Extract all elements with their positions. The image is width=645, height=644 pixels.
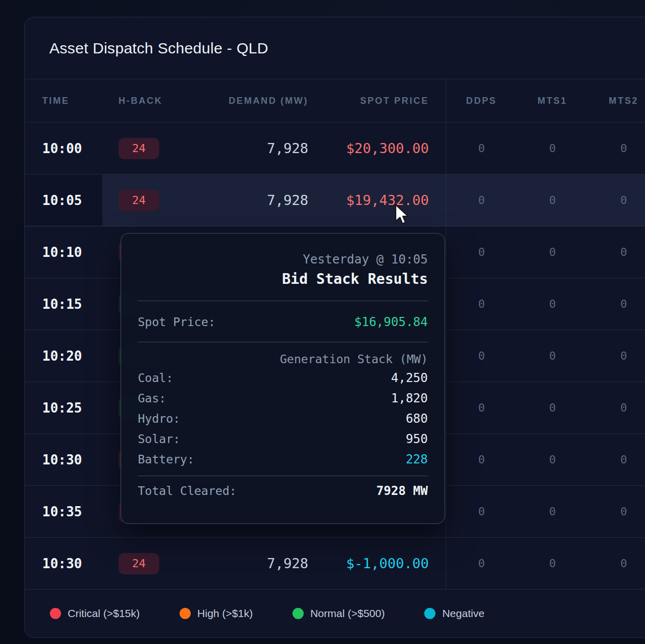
table-row[interactable]: 10:05247,928$19,432.00000 — [25, 174, 645, 226]
cell-mts2: 0 — [588, 486, 645, 537]
tooltip-stack-row: Solar:950 — [138, 429, 428, 449]
cell-mts2: 0 — [588, 123, 645, 174]
cell-mts1: 0 — [517, 123, 588, 174]
cell-mts1: 0 — [517, 538, 588, 589]
legend-item: Normal (>$500) — [292, 607, 385, 620]
tooltip-stack-row: Coal:4,250 — [138, 368, 428, 388]
cell-ddps: 0 — [446, 174, 517, 226]
cell-mts1: 0 — [517, 226, 588, 278]
legend-dot — [292, 608, 304, 619]
stack-value: 228 — [406, 452, 428, 466]
tooltip-stack-row: Hydro:680 — [138, 408, 428, 429]
table-header-row: TIMEH-BACKDEMAND (MW)SPOT PRICEDDPSMTS1M… — [25, 79, 645, 123]
legend-dot — [180, 608, 191, 619]
cell-demand: 7,928 — [199, 123, 320, 174]
cell-time: 10:10 — [25, 226, 102, 278]
legend-item: High (>$1k) — [180, 607, 253, 620]
hback-badge: 24 — [119, 553, 159, 574]
stack-value: 680 — [406, 412, 428, 426]
column-header-hback: H-BACK — [102, 79, 199, 122]
column-header-mts2: MTS2 — [588, 79, 645, 122]
legend-label: Critical (>$15k) — [68, 607, 140, 620]
tooltip-divider — [138, 476, 428, 476]
total-cleared-value: 7928 MW — [376, 483, 428, 499]
cell-time: 10:25 — [25, 382, 102, 433]
legend-label: High (>$1k) — [197, 607, 253, 620]
cell-spot: $20,300.00 — [320, 123, 446, 174]
cell-ddps: 0 — [446, 538, 517, 589]
cell-ddps: 0 — [446, 123, 517, 174]
mouse-cursor-icon — [394, 203, 409, 228]
column-header-spot: SPOT PRICE — [320, 79, 446, 122]
cell-hback: 24 — [102, 538, 199, 589]
cell-mts2: 0 — [588, 226, 645, 278]
cell-mts1: 0 — [517, 278, 588, 330]
tooltip-stack-row: Gas:1,820 — [138, 388, 428, 408]
tooltip-divider — [138, 342, 428, 342]
cell-ddps: 0 — [446, 278, 517, 330]
legend-dot — [424, 608, 435, 619]
cell-mts1: 0 — [517, 434, 588, 485]
cell-demand: 7,928 — [199, 174, 320, 226]
stack-label: Solar: — [138, 432, 180, 446]
cell-mts2: 0 — [588, 434, 645, 485]
legend: Critical (>$15k)High (>$1k)Normal (>$500… — [25, 590, 645, 637]
spot-price-value: $16,905.84 — [355, 314, 428, 330]
cell-mts1: 0 — [517, 486, 588, 537]
generation-stack-heading: Generation Stack (MW) — [138, 353, 428, 366]
cell-mts2: 0 — [588, 174, 645, 226]
cell-time: 10:20 — [25, 330, 102, 382]
column-header-mts1: MTS1 — [517, 79, 588, 122]
cell-time: 10:15 — [25, 278, 102, 330]
cell-mts2: 0 — [588, 330, 645, 382]
total-cleared-label: Total Cleared: — [138, 483, 237, 499]
stack-label: Hydro: — [138, 412, 180, 425]
tooltip-stack-row: Battery:228 — [138, 449, 428, 470]
legend-label: Negative — [442, 607, 484, 620]
cell-hback: 24 — [102, 123, 199, 174]
cell-mts2: 0 — [588, 382, 645, 433]
cell-time: 10:35 — [25, 486, 102, 537]
hback-badge: 24 — [119, 190, 159, 211]
tooltip-total-row: Total Cleared: 7928 MW — [138, 483, 428, 499]
cell-mts1: 0 — [517, 330, 588, 382]
cell-mts2: 0 — [588, 278, 645, 330]
stack-value: 1,820 — [391, 391, 428, 405]
column-header-ddps: DDPS — [446, 79, 517, 122]
cell-time: 10:00 — [25, 123, 102, 174]
legend-item: Negative — [424, 607, 484, 620]
tooltip-title: Bid Stack Results — [138, 271, 428, 287]
stack-label: Coal: — [138, 371, 173, 385]
stack-value: 4,250 — [391, 371, 428, 385]
cell-ddps: 0 — [446, 486, 517, 537]
stack-label: Gas: — [138, 392, 166, 405]
cell-ddps: 0 — [446, 434, 517, 485]
cell-ddps: 0 — [446, 382, 517, 433]
cell-time: 10:30 — [25, 434, 102, 485]
cell-spot: $19,432.00 — [320, 174, 446, 226]
cell-hback: 24 — [102, 174, 199, 226]
cell-spot: $-1,000.00 — [320, 538, 446, 589]
legend-item: Critical (>$15k) — [50, 607, 140, 620]
cell-mts1: 0 — [517, 382, 588, 433]
stack-value: 950 — [406, 432, 428, 446]
table-row[interactable]: 10:30247,928$-1,000.00000 — [25, 538, 645, 590]
tooltip-timestamp: Yesterday @ 10:05 — [138, 253, 428, 266]
table-row[interactable]: 10:00247,928$20,300.00000 — [25, 123, 645, 174]
cell-mts2: 0 — [588, 538, 645, 589]
page-title: Asset Dispatch Schedule - QLD — [49, 40, 269, 57]
spot-price-label: Spot Price: — [138, 314, 215, 330]
cell-demand: 7,928 — [199, 538, 320, 589]
legend-label: Normal (>$500) — [310, 607, 385, 620]
column-header-time: TIME — [25, 79, 102, 122]
cell-time: 10:05 — [25, 174, 102, 226]
column-header-demand: DEMAND (MW) — [199, 79, 320, 122]
cell-mts1: 0 — [517, 174, 588, 226]
tooltip-spot-row: Spot Price: $16,905.84 — [138, 314, 428, 330]
cell-ddps: 0 — [446, 330, 517, 382]
cell-time: 10:30 — [25, 538, 102, 589]
cell-ddps: 0 — [446, 226, 517, 278]
hback-badge: 24 — [119, 138, 159, 159]
card-header: Asset Dispatch Schedule - QLD — [25, 17, 645, 79]
legend-dot — [50, 608, 61, 619]
